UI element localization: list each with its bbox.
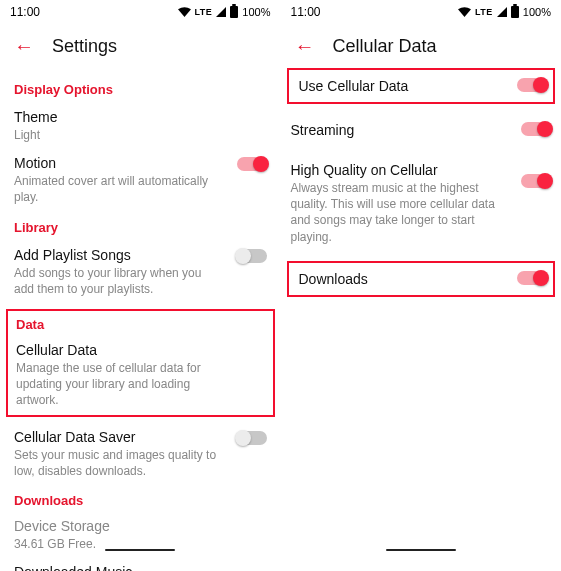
page-title: Settings [52,36,117,57]
signal-icon [497,7,507,17]
device-storage-item[interactable]: Device Storage 34.61 GB Free. [14,518,267,552]
page-title: Cellular Data [333,36,437,57]
high-quality-row[interactable]: High Quality on Cellular Always stream m… [291,154,552,253]
motion-toggle[interactable] [237,157,267,171]
motion-item[interactable]: Motion Animated cover art will automatic… [14,155,267,205]
device-storage-title: Device Storage [14,518,225,534]
lte-label: LTE [195,7,213,17]
battery-percent: 100% [242,6,270,18]
downloaded-music-title: Downloaded Music [14,564,225,571]
downloaded-music-item[interactable]: Downloaded Music 0 B [14,564,267,571]
high-quality-title: High Quality on Cellular [291,162,510,178]
high-quality-sub: Always stream music at the highest quali… [291,180,510,245]
clock: 11:00 [291,5,321,19]
section-downloads: Downloads [14,493,267,508]
lte-label: LTE [475,7,493,17]
downloads-highlight: Downloads [287,261,556,297]
status-icons: LTE 100% [178,6,271,18]
streaming-toggle[interactable] [521,122,551,136]
use-cellular-highlight: Use Cellular Data [287,68,556,104]
back-icon[interactable]: ← [14,36,34,56]
status-bar: 11:00 LTE 100% [0,0,281,24]
clock: 11:00 [10,5,40,19]
add-playlist-sub: Add songs to your library when you add t… [14,265,225,297]
downloads-title: Downloads [299,271,544,287]
settings-content: Display Options Theme Light Motion Anima… [0,82,281,571]
section-display-options: Display Options [14,82,267,97]
downloads-toggle[interactable] [517,271,547,285]
streaming-row[interactable]: Streaming [291,114,552,146]
back-icon[interactable]: ← [295,36,315,56]
data-section-highlight: Data Cellular Data Manage the use of cel… [6,309,275,417]
app-bar: ← Cellular Data [281,24,562,68]
cellular-data-screen: 11:00 LTE 100% ← Cellular Data Use Cellu… [281,0,562,571]
nav-indicator [386,549,456,551]
use-cellular-title: Use Cellular Data [299,78,544,94]
add-playlist-toggle[interactable] [237,249,267,263]
wifi-icon [178,7,191,17]
cellular-data-item[interactable]: Cellular Data Manage the use of cellular… [16,342,265,409]
high-quality-toggle[interactable] [521,174,551,188]
motion-sub: Animated cover art will automatically pl… [14,173,225,205]
battery-icon [511,6,519,18]
settings-screen: 11:00 LTE 100% ← Settings Display Option… [0,0,281,571]
motion-title: Motion [14,155,225,171]
app-bar: ← Settings [0,24,281,68]
cellular-data-sub: Manage the use of cellular data for upda… [16,360,223,409]
data-saver-item[interactable]: Cellular Data Saver Sets your music and … [14,429,267,479]
section-library: Library [14,220,267,235]
signal-icon [216,7,226,17]
theme-item[interactable]: Theme Light [14,109,267,143]
section-data: Data [16,317,265,332]
wifi-icon [458,7,471,17]
status-icons: LTE 100% [458,6,551,18]
status-bar: 11:00 LTE 100% [281,0,562,24]
add-playlist-title: Add Playlist Songs [14,247,225,263]
data-saver-title: Cellular Data Saver [14,429,225,445]
data-saver-toggle[interactable] [237,431,267,445]
use-cellular-toggle[interactable] [517,78,547,92]
nav-indicator [105,549,175,551]
theme-value: Light [14,127,225,143]
add-playlist-item[interactable]: Add Playlist Songs Add songs to your lib… [14,247,267,297]
theme-title: Theme [14,109,225,125]
battery-percent: 100% [523,6,551,18]
data-saver-sub: Sets your music and images quality to lo… [14,447,225,479]
cellular-content: Use Cellular Data Streaming High Quality… [281,68,562,297]
cellular-data-title: Cellular Data [16,342,223,358]
streaming-title: Streaming [291,122,510,138]
battery-icon [230,6,238,18]
